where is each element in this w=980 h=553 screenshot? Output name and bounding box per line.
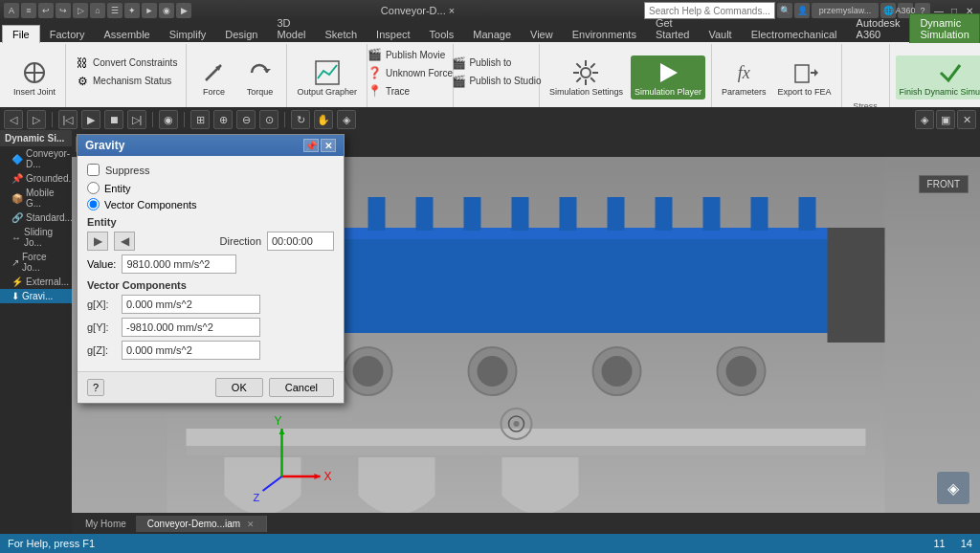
quick-access-6[interactable]: ☰ [107,3,122,18]
tab-getstarted[interactable]: Get Started [646,13,699,43]
finish-icon [935,57,966,88]
radio-entity[interactable] [87,182,100,194]
panel-expand-btn[interactable]: ◈ [915,110,934,129]
dialog-close-button[interactable]: ✕ [321,139,336,152]
tab-vault[interactable]: Vault [699,25,741,43]
view-rotate-btn[interactable]: ↻ [291,110,310,129]
export-fea-button[interactable]: Export to FEA [774,55,835,100]
mechanism-status-button[interactable]: ⚙ Mechanism Status [72,73,180,90]
search-icon[interactable]: 🔍 [777,3,792,18]
gravity-label: Gravi... [22,291,53,301]
panel-item-sliding[interactable]: ↔ Sliding Jo... [0,225,72,250]
zoom-in-btn[interactable]: ⊕ [213,110,233,129]
tab-conveyor-close[interactable]: ✕ [247,520,255,529]
simulation-settings-button[interactable]: Simulation Settings [546,55,627,100]
panel-item-external[interactable]: ⚡ External... [0,275,72,289]
export-fea-icon [790,57,820,88]
insert-joint-button[interactable]: Insert Joint [10,55,59,100]
tab-manage[interactable]: Manage [463,25,521,43]
panel-item-conveyor[interactable]: 🔷 Conveyor-D... [0,146,72,171]
status-val2: 14 [961,538,972,549]
radio-vector[interactable] [87,198,100,210]
panel-item-gravity[interactable]: ⬇ Gravi... [0,289,72,303]
nav-forward-button[interactable]: ▷ [27,110,46,129]
trace-button[interactable]: 📍 Trace [365,82,456,100]
viewcube[interactable]: ◈ [936,471,970,505]
sim-stop-button[interactable]: ⏹ [104,110,123,129]
svg-rect-19 [416,197,434,231]
quick-access-10[interactable]: ▶ [176,3,191,18]
tab-design[interactable]: Design [215,25,267,43]
dialog-help-button[interactable]: ? [87,379,104,396]
sim-end-button[interactable]: ▷| [127,110,146,129]
tab-view[interactable]: View [521,25,563,43]
entity-select-btn[interactable]: ▶ [87,232,108,251]
gz-input[interactable] [122,341,260,360]
svg-rect-23 [608,197,625,231]
sim-play-button[interactable]: ▶ [81,110,100,129]
panel-header[interactable]: Dynamic Si... [0,130,72,146]
entity-flip-btn[interactable]: ◀ [114,232,135,251]
publish-movie-button[interactable]: 🎬 Publish Movie [365,46,456,63]
tab-inspect[interactable]: Inspect [367,25,419,43]
tab-factory[interactable]: Factory [40,25,95,43]
view-pan-btn[interactable]: ✋ [314,110,333,129]
publish-to-button[interactable]: 🎬 Publish to [448,55,544,72]
tab-dynamic-simulation[interactable]: Dynamic Simulation [909,13,979,43]
panel-item-mobile[interactable]: 📦 Mobile G... [0,186,72,210]
finish-simulation-button[interactable]: Finish Dynamic Simulation [896,55,980,100]
tab-electromechanical[interactable]: Electromechanical [742,25,847,43]
unknown-force-icon: ❓ [368,65,383,80]
quick-access-3[interactable]: ↪ [56,3,71,18]
zoom-out-btn[interactable]: ⊖ [236,110,256,129]
dialog-ok-button[interactable]: OK [215,378,263,397]
quick-access-1[interactable]: ≡ [21,3,36,18]
panel-close-btn[interactable]: ✕ [957,110,976,129]
tab-conveyor[interactable]: Conveyor-Demo...iam ✕ [136,516,267,532]
simulation-player-button[interactable]: Simulation Player [631,55,705,100]
parameters-button[interactable]: fx Parameters [718,55,770,100]
unknown-force-button[interactable]: ❓ Unknown Force [365,64,456,81]
tab-assemble[interactable]: Assemble [94,25,159,43]
forcejo-label: Force Jo... [22,252,67,273]
zoom-fit-btn[interactable]: ⊞ [190,110,210,129]
tab-file[interactable]: File [2,25,40,43]
tab-simplify[interactable]: Simplify [160,25,216,43]
gy-input[interactable] [122,318,260,337]
tab-a360[interactable]: Autodesk A360 [847,13,910,43]
panel-item-standard[interactable]: 🔗 Standard... [0,210,72,225]
tab-environments[interactable]: Environments [563,25,646,43]
tab-sketch[interactable]: Sketch [315,25,367,43]
force-button[interactable]: Force [192,55,234,100]
quick-access-4[interactable]: ▷ [73,3,88,18]
panel-full-btn[interactable]: ▣ [936,110,955,129]
convert-constraints-button[interactable]: ⛓ Convert Constraints [72,55,180,72]
torque-button[interactable]: Torque [238,55,280,100]
expand-btn[interactable]: ◈ [337,110,356,129]
nav-back-button[interactable]: ◁ [4,110,23,129]
svg-point-52 [514,421,520,427]
tab-3dmodel[interactable]: 3D Model [267,13,315,43]
sim-settings-btn[interactable]: ◉ [159,110,178,129]
panel-item-forcejo[interactable]: ↗ Force Jo... [0,250,72,275]
tab-tools[interactable]: Tools [420,25,464,43]
quick-access-5[interactable]: ⌂ [90,3,105,18]
tab-home[interactable]: My Home [76,516,136,532]
sim-start-button[interactable]: |◁ [58,110,78,129]
quick-access-9[interactable]: ◉ [159,3,174,18]
app-icon[interactable]: A [4,3,19,18]
quick-access-2[interactable]: ↩ [38,3,54,18]
suppress-checkbox[interactable] [87,164,100,176]
output-grapher-button[interactable]: Output Grapher [293,55,361,100]
gx-input[interactable] [122,295,260,314]
dialog-pin-button[interactable]: 📌 [303,139,319,152]
quick-access-8[interactable]: ► [142,3,157,18]
quick-access-7[interactable]: ✦ [124,3,140,18]
panel-item-grounded[interactable]: 📌 Grounded... [0,171,72,186]
user-icon[interactable]: 👤 [794,3,810,18]
publish-to-studio-button[interactable]: 🎬 Publish to Studio [448,73,544,90]
dialog-cancel-button[interactable]: Cancel [269,378,334,397]
value-input[interactable] [122,254,236,274]
zoom-window-btn[interactable]: ⊙ [259,110,278,129]
direction-input[interactable] [267,232,334,251]
